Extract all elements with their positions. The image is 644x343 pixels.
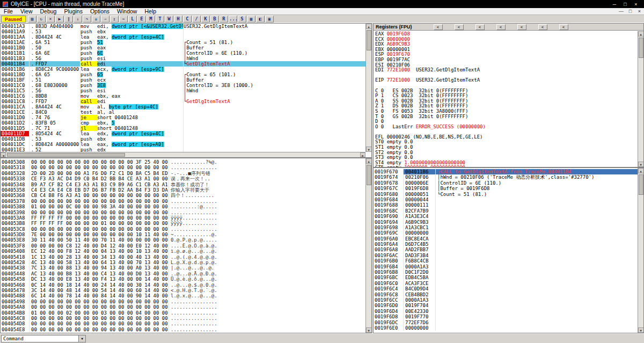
disasm-row[interactable]: 004011DB.53pushebx (1, 136, 365, 142)
fpu-view-button[interactable]: < (434, 24, 443, 30)
scroll-thumb[interactable] (7, 153, 125, 157)
disasm-row[interactable]: 004011C6.8BD8movebx, eax│ (1, 93, 365, 99)
disasm-row[interactable]: 004011AE.6A 51push51┌Count = 51 (81.) (1, 40, 365, 45)
scroll-thumb[interactable] (367, 30, 371, 50)
stack-row[interactable]: 0019F6E000000000 (374, 325, 638, 331)
scroll-down-icon[interactable]: ▼ (638, 327, 644, 333)
dump-row[interactable]: 004054C800 00 00 00 00 00 00 00 00 00 00… (1, 316, 365, 321)
register-line[interactable]: T 0 GS 002B 32bit 0(FFFFFFFF) (375, 114, 638, 120)
dump-row[interactable]: 004054E800 00 00 00 00 00 00 00 00 00 00… (1, 327, 365, 332)
scroll-thumb[interactable] (367, 165, 371, 185)
open-file-button[interactable]: ▨ (28, 16, 36, 23)
stack-row[interactable]: 0019F6A4D6D7C4B5 (374, 242, 638, 247)
step-over-button[interactable]: ↷ (83, 16, 91, 23)
dump-row[interactable]: 004053B8FF FF FF FF 00 00 00 00 01 00 00… (1, 221, 365, 226)
stack-row[interactable]: 0019F6DC772EF7D6 (374, 320, 638, 325)
memory-map-button[interactable]: M (147, 16, 155, 23)
mdi-minimize-button[interactable]: — (617, 9, 626, 14)
disasm-row[interactable]: 004011BD.6A 65push65┌Count = 65 (101.) (1, 72, 365, 77)
scroll-up-icon[interactable]: ▲ (366, 24, 372, 29)
menu-debug[interactable]: Debug (36, 8, 61, 15)
stack-row[interactable]: 0019F68400000044 (374, 197, 638, 202)
stack-row[interactable]: 0019F6D400E42330 (374, 309, 638, 314)
disasm-row[interactable]: 004011B0.50pusheax│Buffer (1, 45, 365, 50)
register-line[interactable]: EBP 0019F7AC (375, 57, 638, 63)
menu-plugins[interactable]: Plugins (60, 8, 86, 15)
fpu-view-button[interactable]: < (496, 24, 506, 30)
scroll-thumb[interactable] (639, 174, 643, 195)
stack-row[interactable]: 0019F690A1A3E3C4 (374, 214, 638, 219)
register-line[interactable]: ESP 0019F670 (375, 52, 638, 57)
disasm-row[interactable]: 004011B6.8D8C24 9C000000leaecx, dword pt… (1, 67, 365, 72)
execute-till-return-button[interactable]: ↥ (110, 16, 119, 23)
disasm-row[interactable]: 004011E3.52pushedx (1, 147, 365, 152)
stack-row[interactable]: 0019F69C00000000 (374, 230, 638, 236)
dump-row[interactable]: 0040537800 00 00 00 00 00 00 00 00 00 00… (1, 199, 365, 204)
stack-row[interactable]: 0019F6C8CEB4BBD2 (374, 292, 638, 297)
close-program-button[interactable]: × (46, 16, 55, 23)
dump-row[interactable]: 004054387C 13 40 00 88 13 40 00 94 13 40… (1, 265, 365, 271)
dump-row[interactable]: 00405458DC 13 40 00 E8 13 40 00 F4 13 40… (1, 276, 365, 282)
disasm-hscrollbar[interactable]: ◀ ▶ (1, 152, 365, 157)
dump-row[interactable]: 004054783C 14 40 00 48 14 40 00 54 14 40… (1, 288, 365, 293)
menu-help[interactable]: Help (141, 8, 160, 15)
register-line[interactable]: EDI 772E1000 USER32.GetDlgItemTextA (375, 68, 638, 73)
register-line[interactable]: EDX A6B9C9B3 (375, 42, 638, 47)
stack-row[interactable]: 0019F6B8D0C1F2D0 (374, 269, 638, 275)
stack-row[interactable]: 0019F698A1A3CBC1 (374, 225, 638, 230)
stack-row[interactable]: 0019F6ACDAD3F3B4 (374, 253, 638, 258)
disasm-row[interactable]: 004011BF.51pushecx│Buffer (1, 77, 365, 83)
scroll-up-icon[interactable]: ▲ (638, 31, 644, 37)
dump-row[interactable]: 00405448AC 13 40 00 B8 13 40 00 C4 13 40… (1, 271, 365, 276)
register-line[interactable]: O 0 LastErr ERROR_SUCCESS (00000000) (375, 125, 638, 130)
step-into-button[interactable]: ↓ (74, 16, 82, 23)
registers-vscrollbar[interactable]: ▲ ▼ (638, 31, 643, 167)
disasm-row[interactable]: 004011D7.8D5424 4Cleaedx, dword ptr [esp… (1, 131, 365, 136)
menu-file[interactable]: File (0, 8, 17, 15)
dump-row[interactable]: 0040538801 00 00 00 0C 00 00 00 98 3A 40… (1, 204, 365, 209)
disasm-row[interactable]: 004011D0.74 76jeshort 00401248 (1, 115, 365, 120)
dump-row[interactable]: 004053C800 00 00 00 00 00 00 00 00 00 00… (1, 227, 365, 232)
stack-row[interactable]: 0019F6B0F6B8C4CB (374, 258, 638, 264)
stack-row[interactable]: 0019F6C4B4C0D9D4 (374, 286, 638, 291)
scroll-right-icon[interactable]: ▶ (360, 152, 365, 157)
stack-row[interactable]: 0019F6A0EBC8E4CA (374, 236, 638, 242)
fpu-view-button[interactable]: < (559, 24, 568, 30)
restart-button[interactable]: ↻ (37, 16, 46, 23)
scroll-up-icon[interactable]: ▲ (366, 158, 372, 164)
dump-row[interactable]: 004054886C 14 40 00 78 14 40 00 84 14 40… (1, 293, 365, 298)
fpu-view-button[interactable]: < (538, 24, 547, 30)
stack-row[interactable]: 0019F6780000006E│ControlID = 6E (110.) (374, 180, 638, 186)
scroll-thumb[interactable] (639, 38, 643, 58)
dump-row[interactable]: 004054680C 14 40 00 18 14 40 00 24 14 40… (1, 282, 365, 288)
dump-vscrollbar[interactable]: ▲ ▼ (365, 158, 371, 333)
dump-row[interactable]: 00405368CB C4 B8 F6 A3 A1 00 00 00 00 00… (1, 193, 365, 198)
dump-row[interactable]: 0040531800 00 00 00 00 00 00 00 00 00 00… (1, 165, 365, 170)
mdi-restore-button[interactable]: □ (626, 9, 635, 14)
maximize-button[interactable]: □ (620, 2, 631, 7)
dump-row[interactable]: 0040539800 00 00 00 00 00 00 00 00 00 00… (1, 210, 365, 215)
register-line[interactable]: EIP 772E1000 USER32.GetDlgItemTextA (375, 78, 638, 83)
register-line[interactable]: ST1 empty 0.0 (375, 145, 638, 150)
chevron-down-icon[interactable]: ▼ (78, 335, 85, 342)
menu-view[interactable]: View (17, 8, 36, 15)
cpu-window-button[interactable]: C (183, 16, 192, 23)
menu-window[interactable]: Window (113, 8, 141, 15)
call-stack-button[interactable]: K (201, 16, 210, 23)
dump-row[interactable]: 0040530800 00 00 00 00 00 00 00 00 00 00… (1, 159, 365, 165)
stack-row[interactable]: 0019F68000000051└Count = 51 (81.) (374, 192, 638, 197)
scroll-down-icon[interactable]: ▼ (366, 147, 372, 152)
help-tool-button[interactable]: ▣ (265, 16, 274, 23)
breakpoints-button[interactable]: B (210, 16, 219, 23)
threads-button[interactable]: T (156, 16, 164, 23)
disasm-row[interactable]: 004011B4.FFD7calledi└GetDlgItemTextA (1, 61, 365, 67)
dump-row[interactable]: 004053F800 00 00 00 C8 12 40 00 D4 12 40… (1, 243, 365, 249)
register-line[interactable]: EFL 00000246 (NO,NB,E,BE,NS,PE,GE,LE) (375, 135, 638, 140)
disasm-vscrollbar[interactable]: ▲ ▼ (365, 24, 371, 152)
dump-row[interactable]: 004054B801 00 00 00 02 00 00 00 03 00 00… (1, 310, 365, 316)
stack-row[interactable]: 0019F6D00019F704 (374, 303, 638, 308)
disasm-row[interactable]: 004011A9.53pushebx (1, 29, 365, 34)
close-button[interactable]: × (631, 2, 641, 7)
dump-row[interactable]: 004054A800 00 00 00 00 00 00 00 00 00 00… (1, 304, 365, 310)
dump-row[interactable]: 00405358C4 E3 CA E4 C8 EB D7 D6 B7 FB D2… (1, 187, 365, 193)
